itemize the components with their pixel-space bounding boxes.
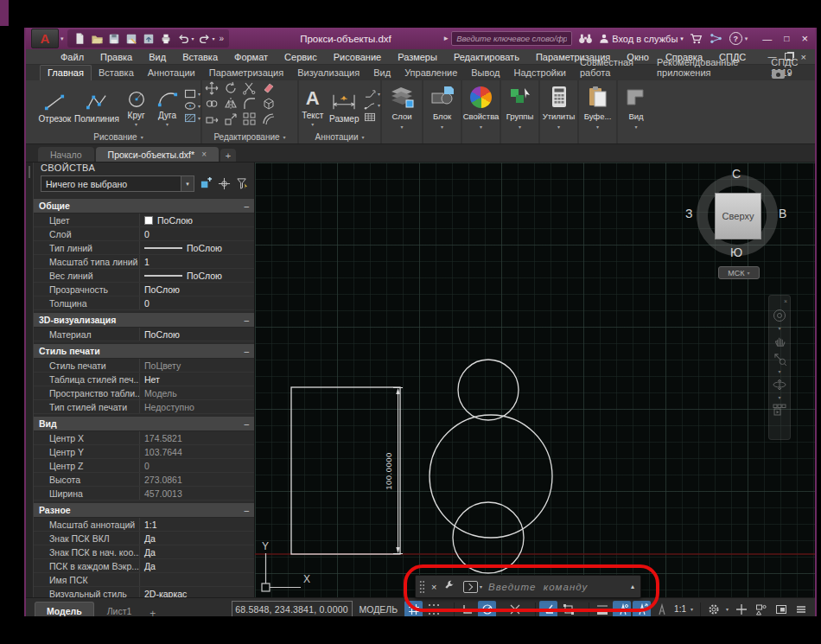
polar-tracking-toggle[interactable] bbox=[478, 601, 496, 618]
prop-section-collapse-icon[interactable]: – bbox=[244, 316, 249, 325]
redo-caret-icon[interactable]: ▾ bbox=[213, 35, 215, 41]
drawing-canvas[interactable]: 100.0000 Y X С bbox=[255, 163, 815, 597]
view-button[interactable]: Вид ▾ bbox=[618, 80, 654, 143]
snap-toggle[interactable] bbox=[424, 601, 442, 618]
grid-toggle[interactable] bbox=[404, 601, 423, 618]
circle-middle-entity[interactable] bbox=[430, 415, 552, 538]
navigation-bar[interactable]: × ▾ ▾ ▾ bbox=[768, 295, 791, 440]
circle-top-entity[interactable] bbox=[458, 360, 519, 420]
prop-section-header-4[interactable]: Разное– bbox=[34, 502, 254, 518]
copy-tool[interactable] bbox=[205, 97, 219, 114]
open-file-button[interactable] bbox=[90, 32, 105, 46]
hatch-tool[interactable]: ▾ bbox=[184, 113, 200, 123]
viewcube-north[interactable]: С bbox=[732, 167, 741, 181]
ribbon-tab-4[interactable]: Визуализация bbox=[290, 66, 366, 80]
annotation-scale-button[interactable] bbox=[652, 601, 671, 618]
annotate-panel-label[interactable]: Аннотации▾ bbox=[299, 131, 380, 143]
prop-value[interactable]: 0 bbox=[139, 296, 254, 309]
leader-tool[interactable]: ▾ bbox=[364, 101, 380, 110]
osnap-settings-toggle[interactable] bbox=[559, 601, 577, 618]
command-history-up-icon[interactable]: ▴ bbox=[631, 583, 634, 590]
prop-value[interactable]: 1:1 bbox=[139, 518, 254, 531]
navbar-caret1-icon[interactable]: ▾ bbox=[778, 328, 780, 329]
app-store-cart-icon[interactable] bbox=[690, 33, 703, 44]
prop-value[interactable]: Да bbox=[139, 559, 254, 572]
utilities-button[interactable]: Утилиты ▾ bbox=[540, 80, 579, 143]
viewcube[interactable]: С Ю З В Сверху bbox=[687, 169, 787, 270]
ribbon-tab-3[interactable]: Параметризация bbox=[202, 66, 290, 80]
text-tool[interactable]: A Текст ▾ bbox=[299, 85, 327, 127]
viewcube-south[interactable]: Ю bbox=[730, 245, 742, 259]
viewcube-east[interactable]: В bbox=[779, 207, 786, 220]
command-bar-wrench-icon[interactable] bbox=[443, 579, 455, 595]
rotate-tool[interactable] bbox=[224, 81, 238, 99]
prop-value[interactable]: Нет bbox=[139, 373, 254, 386]
navbar-close-icon[interactable]: × bbox=[784, 299, 787, 303]
help-menu[interactable]: ? ▾ bbox=[729, 32, 748, 45]
wcs-selector[interactable]: МСК ▾ bbox=[718, 266, 760, 279]
sign-in-menu[interactable]: Вход в службы ▾ bbox=[599, 33, 684, 44]
crosshair-button[interactable] bbox=[732, 601, 750, 618]
ribbon-tab-0[interactable]: Главная bbox=[40, 65, 92, 80]
polar-caret-icon[interactable]: ▾ bbox=[498, 606, 504, 612]
navigation-wheel-icon[interactable] bbox=[773, 309, 786, 322]
block-button[interactable]: Блок ▾ bbox=[423, 80, 462, 143]
prop-section-collapse-icon[interactable]: – bbox=[244, 201, 249, 211]
plot-button[interactable] bbox=[159, 32, 174, 46]
ribbon-tab-10[interactable]: Рекомендованные приложения bbox=[650, 55, 764, 80]
app-logo-button[interactable]: A bbox=[31, 29, 59, 48]
select-objects-button[interactable] bbox=[217, 177, 231, 191]
prop-value[interactable]: ПоСлою bbox=[139, 241, 254, 254]
ribbon-tab-8[interactable]: Надстройки bbox=[507, 66, 573, 80]
multileader-tool[interactable]: ▾ bbox=[364, 90, 380, 99]
customization-menu-button[interactable] bbox=[792, 601, 810, 618]
erase-tool[interactable] bbox=[262, 81, 276, 99]
redo-button[interactable] bbox=[197, 32, 212, 46]
scale-tool[interactable] bbox=[224, 112, 238, 130]
prop-value[interactable]: Модель bbox=[139, 386, 254, 399]
file-tab-add-button[interactable]: + bbox=[220, 149, 236, 162]
orbit-icon[interactable] bbox=[773, 378, 786, 392]
clean-screen-button[interactable] bbox=[772, 601, 790, 618]
edit-panel-label[interactable]: Редактирование▾ bbox=[202, 131, 297, 143]
prop-value[interactable] bbox=[139, 573, 254, 586]
viewcube-west[interactable]: З bbox=[685, 207, 692, 220]
prop-value[interactable]: ПоСлою bbox=[139, 214, 254, 226]
lineweight-toggle[interactable] bbox=[593, 601, 611, 618]
stretch-tool[interactable] bbox=[205, 112, 219, 130]
close-button[interactable]: × bbox=[801, 32, 808, 45]
osnap-tracking-caret-icon[interactable]: ▾ bbox=[525, 606, 531, 612]
circle-tool[interactable]: Круг ▾ bbox=[120, 85, 152, 127]
prop-section-header-3[interactable]: Вид– bbox=[34, 416, 254, 431]
file-tab-close-icon[interactable]: × bbox=[201, 150, 207, 159]
prop-value[interactable]: 0 bbox=[139, 227, 254, 240]
prop-value[interactable]: Недоступно bbox=[139, 400, 254, 413]
prop-section-collapse-icon[interactable]: – bbox=[244, 506, 249, 515]
prop-value[interactable]: 0 bbox=[139, 459, 254, 472]
ribbon-tab-2[interactable]: Аннотации bbox=[141, 66, 202, 80]
groups-button[interactable]: Группы ▾ bbox=[501, 80, 540, 143]
viewcube-top-face[interactable]: Сверху bbox=[715, 193, 761, 239]
command-prompt-icon[interactable] bbox=[463, 581, 478, 593]
navbar-caret2-icon[interactable]: ▾ bbox=[778, 371, 780, 373]
object-snap-toggle[interactable] bbox=[539, 601, 557, 618]
save-web-button[interactable] bbox=[142, 32, 156, 46]
ellipse-tool[interactable]: ▾ bbox=[184, 101, 200, 111]
annotation-scale-value[interactable]: 1:1▾ bbox=[672, 604, 697, 614]
ribbon-display-toggle[interactable]: ▾ bbox=[772, 70, 791, 79]
rectangle-tool[interactable]: ▾ bbox=[184, 89, 200, 99]
file-tab-start[interactable]: Начало bbox=[38, 147, 94, 162]
selection-combo-caret-icon[interactable]: ▾ bbox=[181, 176, 194, 191]
prop-section-header-2[interactable]: Стиль печати– bbox=[34, 343, 254, 359]
space-label[interactable]: МОДЕЛЬ bbox=[360, 604, 398, 615]
snap-caret-icon[interactable]: ▾ bbox=[444, 606, 450, 612]
ribbon-tab-5[interactable]: Вид bbox=[366, 66, 398, 80]
prop-value[interactable]: ПоСлою bbox=[139, 283, 254, 296]
prop-section-header-0[interactable]: Общие– bbox=[34, 198, 254, 214]
properties-button[interactable]: Свойства ▾ bbox=[462, 80, 501, 143]
annotation-visibility-toggle[interactable] bbox=[613, 601, 631, 618]
search-toggle-icon[interactable]: ► bbox=[442, 35, 449, 42]
mirror-tool[interactable] bbox=[224, 97, 238, 114]
prop-value[interactable]: 2D-каркас bbox=[139, 587, 254, 597]
app-menu-caret-icon[interactable]: ▾ bbox=[60, 35, 64, 42]
